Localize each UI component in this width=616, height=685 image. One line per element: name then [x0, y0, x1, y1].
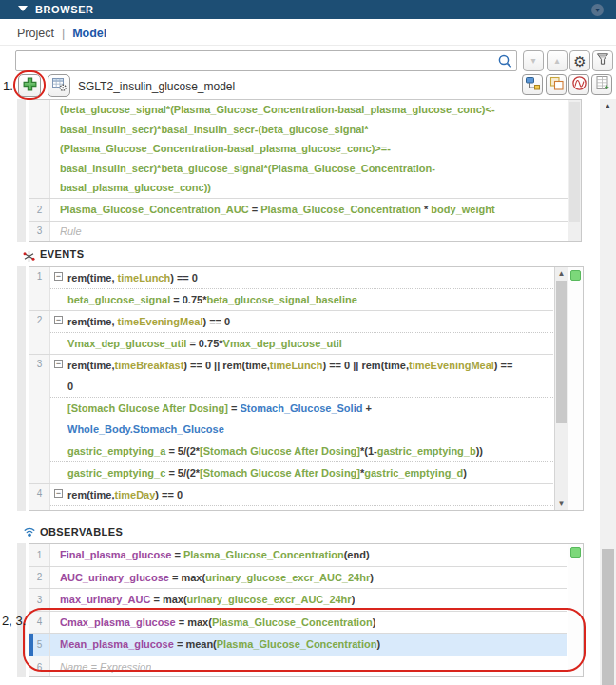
code-segment: (end) [344, 549, 370, 560]
find-next-button[interactable]: ▾ [523, 50, 544, 71]
code-segment: timeDay [115, 489, 156, 500]
code-line: rem(time, timeLunch) == 0 [50, 267, 553, 288]
scroll-down-icon[interactable]: ▼ [555, 498, 568, 510]
event-row[interactable]: 3rem(time,timeBreakfast) == 0 || rem(tim… [29, 355, 553, 484]
find-prev-button[interactable]: ▴ [547, 50, 568, 71]
observable-expression[interactable]: Cmax_plasma_glucose = max(Plasma_Glucose… [50, 612, 567, 634]
code-line: basal_insulin_secr)*beta_glucose_signal*… [60, 159, 568, 179]
code-segment: (beta_glucose_signal*(Plasma_Glucose_Con… [60, 104, 495, 115]
event-row[interactable]: 2rem(time, timeEveningMeal) == 0Vmax_dep… [29, 311, 553, 355]
antenna-icon [23, 525, 36, 542]
filter-button[interactable] [592, 50, 613, 71]
datasheet-button[interactable] [591, 74, 612, 95]
observable-expression[interactable]: Name = Expression [50, 656, 567, 678]
code-segment: ) [463, 467, 467, 479]
rule-row[interactable]: 2Plasma_Glucose_Concentration_AUC = Plas… [29, 199, 568, 222]
rule-row[interactable]: 3Rule [29, 222, 568, 242]
scroll-up-icon[interactable]: ▲ [555, 267, 568, 280]
event-content[interactable]: rem(time, timeLunch) == 0beta_glucose_si… [50, 267, 553, 310]
scrollbar-thumb[interactable] [602, 549, 614, 685]
model-name[interactable]: SGLT2_insulin_glucose_model [78, 80, 235, 93]
scrollbar-thumb[interactable] [569, 102, 580, 222]
code-segment: timeBreakfast [115, 360, 184, 371]
row-number: 1 [29, 267, 50, 310]
left-gutter-strip [17, 543, 26, 677]
collapse-minus-icon[interactable] [54, 360, 63, 368]
search-settings-button[interactable]: ⚙ [569, 50, 590, 71]
observable-row[interactable]: 1Final_plasma_glucose = Plasma_Glucose_C… [29, 544, 567, 567]
scroll-up-icon[interactable]: ▲ [600, 102, 616, 110]
rule-expression[interactable]: (beta_glucose_signal*(Plasma_Glucose_Con… [50, 100, 568, 198]
code-segment: * [421, 204, 431, 215]
code-segment: Final_plasma_glucose [60, 549, 171, 560]
event-content[interactable]: rem(time,timeBreakfast) == 0 || rem(time… [50, 355, 553, 483]
observable-row[interactable]: 5Mean_plasma_glucose = mean(Plasma_Gluco… [29, 634, 567, 656]
panel-collapse-button[interactable]: ▾ [591, 4, 604, 16]
rule-row[interactable]: (beta_glucose_signal*(Plasma_Glucose_Con… [29, 100, 568, 199]
response-plot-button[interactable] [568, 74, 589, 95]
event-content[interactable]: rem(time, timeEveningMeal) == 0Vmax_dep_… [50, 311, 553, 354]
code-segment: ) [373, 616, 376, 628]
annotation-steps-2-3: 2, 3. [2, 614, 26, 628]
observable-expression[interactable]: AUC_urinary_glucose = max(urinary_glucos… [50, 567, 567, 589]
code-line: rem(time, timeEveningMeal) == 0 [50, 311, 553, 332]
collapse-minus-icon[interactable] [54, 489, 63, 498]
code-segment: basal_plasma_glucose_conc)) [60, 182, 211, 193]
observable-expression[interactable]: max_urinary_AUC = max(urinary_glucose_ex… [50, 589, 567, 611]
collapse-minus-icon[interactable] [54, 272, 63, 281]
search-input[interactable] [18, 52, 493, 69]
observables-table-body: 1Final_plasma_glucose = Plasma_Glucose_C… [29, 544, 567, 676]
event-content[interactable]: rem(time,timeDay) == 0beta_glucose_signa… [50, 484, 553, 511]
tab-model[interactable]: Model [72, 27, 106, 40]
row-number: 4 [29, 612, 50, 634]
row-number: 2 [29, 311, 50, 354]
observable-row[interactable]: 4Cmax_plasma_glucose = max(Plasma_Glucos… [29, 612, 567, 635]
observable-row[interactable]: 3max_urinary_AUC = max(urinary_glucose_e… [29, 589, 567, 612]
observables-table: 1Final_plasma_glucose = Plasma_Glucose_C… [29, 543, 584, 677]
code-segment: = 0.75* [170, 294, 206, 305]
row-number: 3 [29, 355, 50, 483]
code-segment: timeEveningMeal [409, 360, 494, 371]
code-segment: beta_glucose_signal [67, 294, 170, 305]
browser-header[interactable]: BROWSER ▾ [0, 0, 616, 19]
row-number: 3 [29, 222, 50, 242]
code-segment: max_urinary_AUC [60, 594, 150, 605]
observable-row[interactable]: 6Name = Expression [29, 656, 567, 678]
code-line: Whole_Body.Stomach_Glucose [50, 419, 553, 440]
rule-expression[interactable]: Plasma_Glucose_Concentration_AUC = Plasm… [50, 199, 568, 221]
simbiology-browser-panel: BROWSER ▾ Project|Model ▾ ▴ ⚙ 1. [0, 0, 616, 685]
rules-table: (beta_glucose_signal*(Plasma_Glucose_Con… [29, 99, 582, 242]
code-segment: Plasma_Glucose_Concentration [212, 616, 373, 628]
collapse-triangle-icon[interactable] [18, 6, 28, 11]
add-component-button[interactable] [18, 74, 41, 97]
row-number: 3 [29, 589, 50, 611]
rules-scrollbar[interactable] [568, 100, 581, 241]
open-diagram-button[interactable] [522, 74, 543, 95]
copy-model-button[interactable] [546, 74, 567, 95]
code-segment: 0 [67, 381, 73, 392]
copy-icon [549, 75, 565, 95]
code-segment: Plasma_Glucose_Concentration [183, 549, 344, 560]
code-segment: ) [352, 594, 356, 605]
observable-expression[interactable]: Mean_plasma_glucose = mean(Plasma_Glucos… [50, 634, 567, 656]
code-segment: = [228, 402, 241, 414]
collapse-minus-icon[interactable] [54, 316, 63, 324]
rule-expression[interactable]: Rule [50, 222, 568, 242]
event-star-icon [23, 249, 35, 266]
code-segment: urinary_glucose_excr_AUC_24hr [187, 594, 352, 605]
code-segment: Stomach_Glucose_Solid [240, 402, 362, 414]
events-scrollbar[interactable]: ▲ ▼ [554, 267, 568, 510]
code-segment: rem(time, [67, 360, 115, 371]
code-segment: Plasma_Glucose_Concentration [260, 204, 421, 215]
tab-project[interactable]: Project [17, 27, 54, 40]
panel-scrollbar[interactable]: ▲ [600, 99, 616, 685]
table-plus-icon [594, 75, 610, 95]
event-row[interactable]: 4rem(time,timeDay) == 0beta_glucose_sign… [29, 484, 553, 511]
scrollbar-thumb[interactable] [556, 281, 567, 423]
model-settings-button[interactable] [48, 74, 70, 97]
observable-expression[interactable]: Final_plasma_glucose = Plasma_Glucose_Co… [50, 544, 567, 566]
observable-row[interactable]: 2AUC_urinary_glucose = max(urinary_gluco… [29, 567, 567, 590]
event-row[interactable]: 1rem(time, timeLunch) == 0beta_glucose_s… [29, 267, 553, 311]
green-plus-icon [22, 76, 38, 96]
code-segment: ) == 0 [155, 489, 183, 500]
